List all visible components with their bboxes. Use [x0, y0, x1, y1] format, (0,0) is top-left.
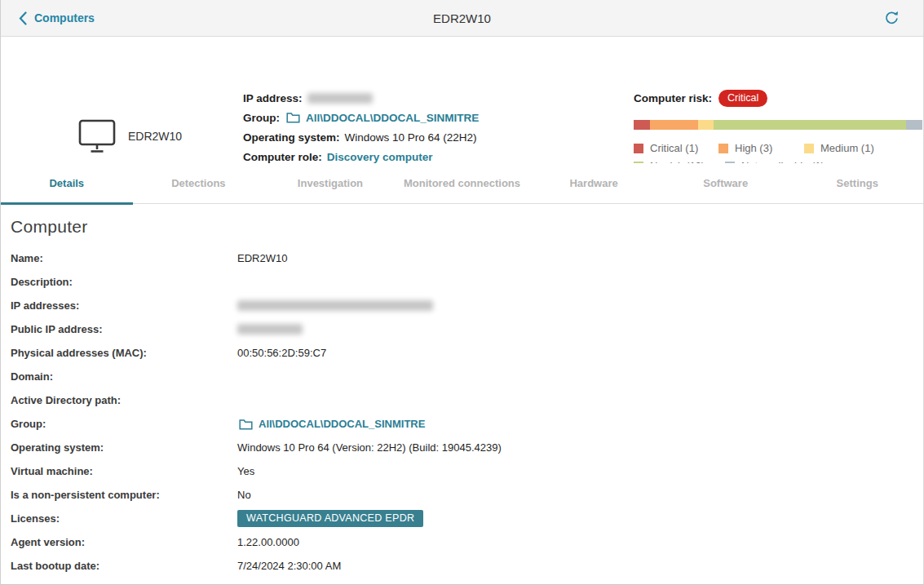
- detail-row-os: Operating system: Windows 10 Pro 64 (Ver…: [11, 436, 923, 459]
- tab-hardware[interactable]: Hardware: [528, 163, 660, 203]
- chevron-left-icon: [19, 11, 27, 25]
- legend-swatch-medium: [804, 144, 814, 153]
- operating-system-value: Windows 10 Pro 64 (22H2): [345, 131, 477, 144]
- redacted-ip-value: [307, 93, 373, 104]
- ip-address-line: IP address:: [243, 88, 479, 108]
- tab-investigation[interactable]: Investigation: [264, 163, 396, 203]
- operating-system-label: Operating system:: [243, 131, 340, 144]
- computer-detail-page: Computers EDR2W10 EDR2W10 IP address:: [0, 0, 924, 585]
- computer-role-link[interactable]: Discovery computer: [327, 151, 433, 163]
- computer-header: EDR2W10 IP address: Group: All\DDOCAL\DD…: [1, 37, 923, 163]
- refresh-icon: [883, 10, 900, 27]
- computer-monitor-icon: [78, 118, 116, 154]
- tab-settings[interactable]: Settings: [791, 163, 923, 203]
- operating-system-line: Operating system: Windows 10 Pro 64 (22H…: [243, 127, 479, 147]
- risk-bar-segment-medium: [698, 120, 714, 130]
- legend-item-high: High (3): [718, 142, 804, 154]
- risk-distribution-bar: [634, 120, 922, 130]
- device-name: EDR2W10: [128, 130, 182, 143]
- group-link[interactable]: All\DDOCAL\DDOCAL_SINMITRE: [306, 112, 479, 124]
- detail-row-ip-addresses: IP addresses:: [11, 294, 923, 317]
- computer-role-label: Computer role:: [243, 151, 322, 163]
- detail-row-virtual-machine: Virtual machine: Yes: [11, 459, 923, 483]
- device-summary: EDR2W10: [78, 118, 182, 154]
- detail-row-mac: Physical addresses (MAC): 00:50:56:2D:59…: [11, 341, 923, 365]
- detail-row-domain: Domain:: [11, 365, 923, 388]
- redacted-ip-addresses-value: [237, 300, 433, 311]
- details-panel: Computer Name: EDR2W10 Description: IP a…: [1, 204, 923, 578]
- legend-item-critical: Critical (1): [634, 142, 718, 154]
- back-to-computers-link[interactable]: Computers: [19, 11, 95, 25]
- tab-detections[interactable]: Detections: [133, 163, 265, 203]
- device-info-block: IP address: Group: All\DDOCAL\DDOCAL_SIN…: [243, 88, 479, 166]
- detail-row-public-ip: Public IP address:: [11, 317, 923, 341]
- detail-row-description: Description:: [11, 270, 923, 294]
- tab-bar: Details Detections Investigation Monitor…: [1, 163, 923, 204]
- detail-row-agent-version: Agent version: 1.22.00.0000: [11, 530, 923, 554]
- detail-row-non-persistent: Is a non-persistent computer: No: [11, 483, 923, 507]
- tab-software[interactable]: Software: [660, 163, 792, 203]
- ip-address-label: IP address:: [243, 92, 303, 104]
- risk-bar-segment-high: [650, 120, 698, 130]
- refresh-button[interactable]: [883, 10, 900, 27]
- detail-row-last-bootup: Last bootup date: 7/24/2024 2:30:00 AM: [11, 554, 923, 578]
- computer-risk-block: Computer risk: Critical Critical (1) Hig…: [634, 88, 922, 172]
- risk-bar-segment-critical: [634, 120, 650, 130]
- group-line: Group: All\DDOCAL\DDOCAL_SINMITRE: [243, 108, 479, 127]
- group-link[interactable]: All\DDOCAL\DDOCAL_SINMITRE: [259, 418, 425, 430]
- page-title: EDR2W10: [433, 11, 491, 25]
- computer-risk-label: Computer risk:: [634, 92, 712, 104]
- legend-item-medium: Medium (1): [804, 142, 922, 154]
- active-tab-underline: [1, 202, 133, 205]
- group-label: Group:: [243, 112, 280, 124]
- legend-swatch-high: [718, 144, 728, 153]
- section-title: Computer: [11, 217, 923, 237]
- folder-icon: [239, 419, 253, 430]
- computer-risk-badge: Critical: [718, 90, 767, 107]
- tab-details[interactable]: Details: [1, 163, 133, 203]
- redacted-public-ip-value: [237, 324, 303, 335]
- detail-row-name: Name: EDR2W10: [11, 246, 923, 270]
- detail-row-group: Group: All\DDOCAL\DDOCAL_SINMITRE: [11, 412, 923, 436]
- top-bar: Computers EDR2W10: [1, 0, 923, 37]
- detail-row-licenses: Licenses: WATCHGUARD ADVANCED EPDR: [11, 507, 923, 530]
- risk-bar-segment-not-applicable: [906, 120, 922, 130]
- legend-swatch-critical: [634, 144, 643, 153]
- license-badge: WATCHGUARD ADVANCED EPDR: [237, 510, 423, 527]
- detail-row-ad-path: Active Directory path:: [11, 388, 923, 412]
- folder-icon: [286, 112, 300, 123]
- risk-bar-segment-no-risk: [714, 120, 906, 130]
- back-link-label: Computers: [34, 11, 95, 24]
- tab-monitored-connections[interactable]: Monitored connections: [396, 163, 528, 203]
